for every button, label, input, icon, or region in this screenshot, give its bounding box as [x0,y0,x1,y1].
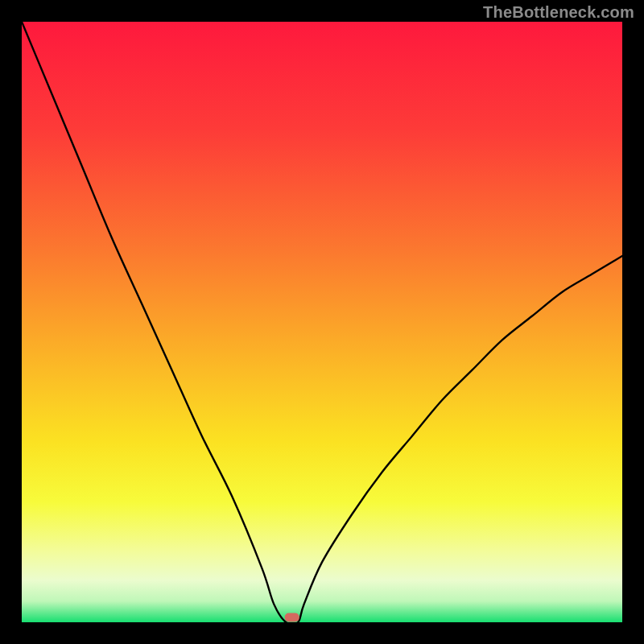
chart-frame: TheBottleneck.com [0,0,644,644]
attribution-label: TheBottleneck.com [483,3,634,22]
optimum-marker [285,613,299,622]
plot-area [22,22,622,622]
bottleneck-chart [22,22,622,622]
gradient-background [22,22,622,622]
